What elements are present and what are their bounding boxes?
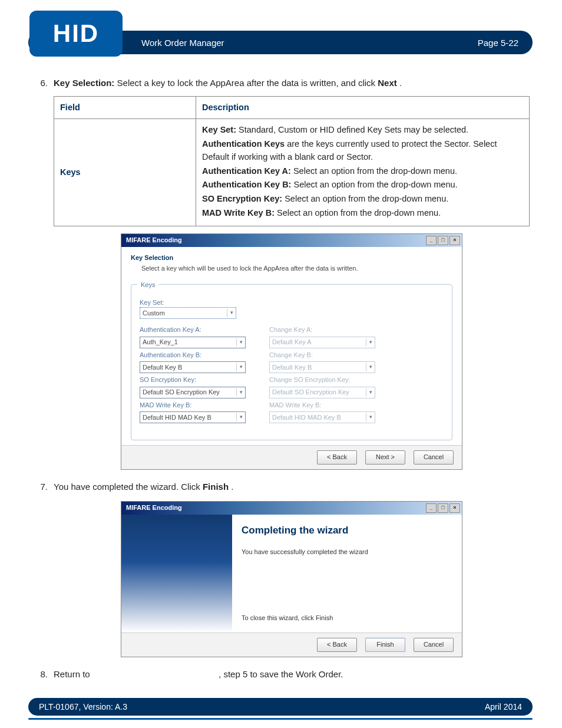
wizard2-title: MIFARE Encoding: [126, 503, 182, 513]
footer-doc-id: PLT-01067, Version: A.3: [39, 702, 127, 711]
chevron-down-icon: ▾: [236, 338, 245, 347]
keyset-value: Custom: [143, 308, 165, 318]
desc-keyset-label: Key Set:: [202, 125, 236, 134]
close-icon[interactable]: ×: [449, 236, 460, 245]
wizard-key-selection: MIFARE Encoding _ □ × Key Selection Sele…: [121, 233, 462, 470]
minimize-icon[interactable]: _: [426, 503, 437, 513]
wizard1-titlebar: MIFARE Encoding _ □ ×: [121, 234, 462, 247]
desc-authkeya-label: Authentication Key A:: [202, 166, 291, 176]
desc-authkeya-text: Select an option from the drop-down menu…: [291, 166, 457, 176]
maximize-icon[interactable]: □: [438, 236, 448, 245]
auth-key-b-label: Authentication Key B:: [140, 350, 246, 360]
desc-madwrite-label: MAD Write Key B:: [202, 208, 275, 218]
change-so-enc-key-label: Change SO Encryption Key:: [269, 375, 375, 385]
step-8-number: 8.: [32, 668, 48, 681]
desc-authkeyb-label: Authentication Key B:: [202, 180, 291, 189]
desc-madwrite-text: Select an option from the drop-down menu…: [275, 208, 441, 218]
brand-logo-text: HID: [53, 19, 99, 48]
finish-button[interactable]: Finish: [365, 638, 405, 652]
desc-soenc-label: SO Encryption Key:: [202, 194, 282, 203]
wizard1-title: MIFARE Encoding: [126, 235, 182, 245]
wizard1-heading: Key Selection: [131, 253, 452, 263]
maximize-icon[interactable]: □: [438, 503, 448, 513]
chevron-down-icon: ▾: [366, 413, 375, 421]
th-field: Field: [54, 96, 196, 119]
keyset-select[interactable]: Custom ▾: [140, 307, 236, 319]
th-description: Description: [196, 96, 530, 119]
chevron-down-icon: ▾: [236, 363, 245, 371]
change-so-enc-key-value: Default SO Encryption Key: [272, 387, 349, 397]
change-key-a-label: Change Key A:: [269, 325, 375, 335]
mad-write-key-b-label: MAD Write Key B:: [140, 400, 246, 410]
wizard2-note: To close this wizard, click Finish: [242, 613, 452, 623]
step-6-number: 6.: [32, 77, 48, 90]
chevron-down-icon: ▾: [366, 363, 375, 371]
desc-authkeyb-text: Select an option from the drop-down menu…: [291, 180, 457, 189]
mad-write-key-b-right-select[interactable]: Default HID MAD Key B▾: [269, 411, 375, 423]
wizard2-body-text: You have successfully completed the wiza…: [242, 547, 452, 557]
wizard2-sidebar-graphic: [121, 515, 232, 633]
change-key-b-value: Default Key B: [272, 363, 312, 373]
back-button[interactable]: < Back: [317, 638, 357, 652]
brand-logo: HID: [29, 11, 123, 57]
wizard2-heading: Completing the wizard: [242, 523, 452, 538]
step-8-text-b: , step 5 to save the Work Order.: [219, 669, 343, 679]
desc-soenc-text: Select an option from the drop-down menu…: [282, 194, 448, 203]
auth-key-b-select[interactable]: Default Key B▾: [140, 361, 246, 373]
td-description: Key Set: Standard, Custom or HID defined…: [196, 119, 530, 226]
step-6-next: Next: [378, 78, 397, 88]
mad-write-key-b-select[interactable]: Default HID MAD Key B▾: [140, 411, 246, 423]
so-enc-key-select[interactable]: Default SO Encryption Key▾: [140, 387, 246, 398]
change-key-a-select[interactable]: Default Key A▾: [269, 337, 375, 348]
wizard1-subtext: Select a key which will be used to lock …: [141, 263, 452, 274]
chevron-down-icon: ▾: [366, 338, 375, 347]
step-8: 8. Return to , step 5 to save the Work O…: [32, 668, 530, 681]
auth-key-a-label: Authentication Key A:: [140, 325, 246, 335]
step-6-text: Select a key to lock the AppArea after t…: [117, 78, 378, 88]
cancel-button[interactable]: Cancel: [414, 450, 454, 465]
page-footer: PLT-01067, Version: A.3 April 2014: [28, 698, 533, 720]
keys-group: Keys Key Set: Custom ▾ Authentication Ke…: [131, 284, 452, 441]
fields-table: Field Description Keys Key Set: Standard…: [54, 96, 530, 226]
chevron-down-icon: ▾: [236, 413, 245, 421]
step-6-label: Key Selection:: [54, 78, 114, 88]
back-button[interactable]: < Back: [317, 450, 357, 465]
cancel-button[interactable]: Cancel: [414, 638, 454, 652]
td-field-keys: Keys: [54, 119, 196, 226]
wizard2-titlebar: MIFARE Encoding _ □ ×: [121, 502, 462, 515]
change-key-b-select[interactable]: Default Key B▾: [269, 361, 375, 373]
step-7-text: You have completed the wizard. Click: [54, 482, 203, 492]
header-title: Work Order Manager: [130, 38, 224, 48]
desc-authkeys-label: Authentication Keys: [202, 139, 285, 149]
auth-key-a-select[interactable]: Auth_Key_1▾: [140, 337, 246, 348]
chevron-down-icon: ▾: [236, 388, 245, 397]
mad-write-key-b-right-label: MAD Write Key B:: [269, 400, 375, 410]
change-key-b-label: Change Key B:: [269, 350, 375, 360]
next-button[interactable]: Next >: [365, 450, 405, 465]
auth-key-a-value: Auth_Key_1: [143, 337, 178, 347]
step-7-tail: .: [231, 482, 233, 492]
auth-key-b-value: Default Key B: [143, 363, 182, 373]
change-key-a-value: Default Key A: [272, 337, 312, 347]
change-so-enc-key-select[interactable]: Default SO Encryption Key▾: [269, 387, 375, 398]
close-icon[interactable]: ×: [449, 503, 460, 513]
footer-date: April 2014: [485, 702, 522, 711]
step-6: 6. Key Selection: Select a key to lock t…: [32, 77, 530, 470]
chevron-down-icon: ▾: [366, 388, 375, 397]
chevron-down-icon: ▾: [227, 309, 236, 317]
step-7-number: 7.: [32, 480, 48, 494]
step-8-text-a: Return to: [54, 669, 92, 679]
keyset-label: Key Set:: [140, 298, 444, 308]
desc-keyset-text: Standard, Custom or HID defined Key Sets…: [236, 125, 468, 134]
step-7-finish: Finish: [203, 482, 229, 492]
wizard-completion: MIFARE Encoding _ □ × Completing the wiz…: [121, 501, 462, 657]
mad-write-key-b-right-value: Default HID MAD Key B: [272, 413, 341, 423]
step-6-tail: .: [399, 78, 402, 88]
so-enc-key-label: SO Encryption Key:: [140, 375, 246, 385]
step-7: 7. You have completed the wizard. Click …: [32, 480, 530, 657]
so-enc-key-value: Default SO Encryption Key: [143, 387, 220, 397]
mad-write-key-b-value: Default HID MAD Key B: [143, 413, 211, 423]
header-page: Page 5-22: [478, 38, 521, 48]
minimize-icon[interactable]: _: [426, 236, 437, 245]
keys-legend: Keys: [137, 280, 158, 290]
